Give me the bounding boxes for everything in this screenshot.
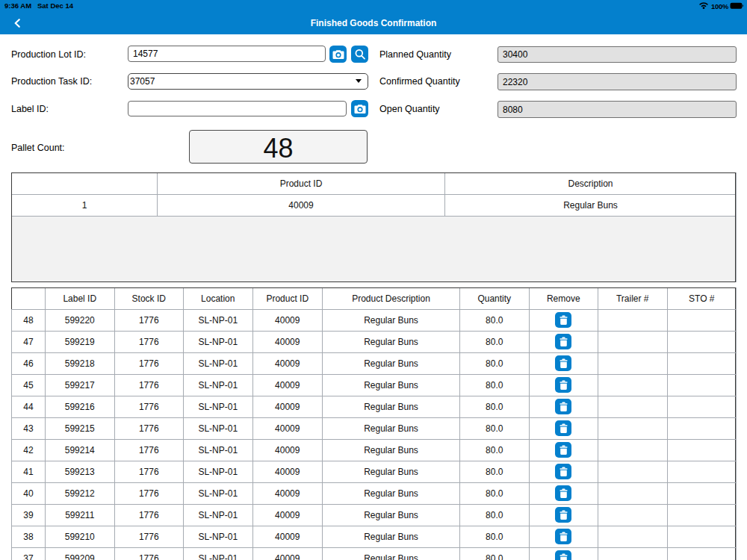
svg-text:100%: 100% — [711, 3, 729, 10]
